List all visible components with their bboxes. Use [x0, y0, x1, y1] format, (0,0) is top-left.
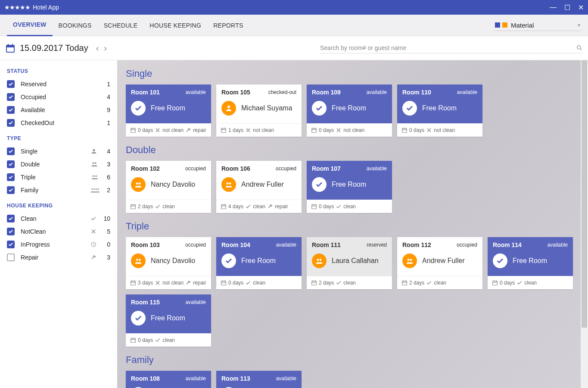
room-status: available [186, 299, 206, 305]
room-footer: 1 daysnot clean [216, 123, 302, 137]
sidebar: STATUSReserved1Occupied4Available9Checke… [0, 60, 117, 388]
search-input[interactable] [320, 44, 576, 51]
filter-label: Reserved [21, 81, 103, 88]
checkbox[interactable] [7, 119, 15, 127]
svg-point-14 [96, 188, 97, 190]
room-card[interactable]: Room 113availableFree Room0 daysclean [216, 371, 302, 388]
room-card[interactable]: Room 104availableFree Room0 daysclean [216, 237, 302, 289]
room-card[interactable]: Room 111reservedLaura Callahan2 daysclea… [307, 237, 392, 289]
svg-rect-56 [312, 205, 317, 209]
days-text: 1 days [228, 127, 243, 133]
filter-label: NotClean [21, 228, 90, 235]
filter-label: Available [21, 106, 103, 113]
filter-count: 0 [103, 241, 110, 248]
days-text: 3 days [138, 280, 153, 286]
room-card[interactable]: Room 103occupiedNancy Davolio3 daysnot c… [126, 237, 211, 289]
search-wrap [320, 43, 583, 53]
room-card[interactable]: Room 108availableFree Room0 daysclean [126, 371, 211, 388]
filter-count: 9 [103, 106, 110, 113]
filter-clean[interactable]: Clean10 [7, 212, 110, 225]
checkbox[interactable] [7, 186, 15, 194]
room-footer: 2 daysclean [397, 276, 482, 289]
filter-double[interactable]: Double3 [7, 158, 110, 171]
room-card[interactable]: Room 109availableFree Room0 daysnot clea… [307, 84, 392, 137]
filter-inprogress[interactable]: InProgress0 [7, 238, 110, 251]
svg-point-6 [93, 149, 95, 151]
calendar-icon [130, 203, 136, 210]
svg-point-51 [229, 182, 231, 185]
room-card[interactable]: Room 106occupiedAndrew Fuller4 daysclean… [216, 161, 302, 213]
check-icon [426, 280, 432, 286]
filter-reserved[interactable]: Reserved1 [7, 78, 110, 91]
calendar-icon [311, 203, 317, 210]
room-footer: 0 daysclean [488, 276, 573, 289]
room-card[interactable]: Room 107availableFree Room0 daysclean [307, 161, 392, 213]
days-text: 0 days [138, 337, 153, 343]
room-status: available [367, 166, 387, 172]
persons3-icon [90, 174, 98, 181]
checkbox[interactable] [7, 80, 15, 88]
room-status: occupied [457, 242, 477, 248]
filter-checkedout[interactable]: CheckedOut1 [7, 116, 110, 129]
persons2-icon [90, 161, 98, 168]
room-card[interactable]: Room 101availableFree Room0 daysnot clea… [126, 84, 211, 137]
filter-available[interactable]: Available9 [7, 103, 110, 116]
svg-rect-68 [221, 281, 226, 285]
room-card[interactable]: Room 102occupiedNancy Davolio2 daysclean [126, 161, 211, 213]
days-text: 0 days [319, 127, 334, 133]
room-card[interactable]: Room 105checked-outMichael Suyama1 daysn… [216, 84, 302, 137]
filter-repair[interactable]: Repair3 [7, 251, 110, 264]
next-day-button[interactable]: › [104, 43, 107, 53]
checkbox[interactable] [7, 173, 15, 181]
checkbox[interactable] [7, 160, 15, 168]
svg-point-61 [139, 259, 141, 261]
calendar-icon [492, 280, 498, 286]
filter-label: Clean [21, 215, 90, 222]
calendar-icon [130, 127, 136, 133]
check-icon [336, 203, 342, 210]
svg-rect-80 [402, 281, 407, 285]
filter-notclean[interactable]: NotClean5 [7, 225, 110, 238]
room-card[interactable]: Room 115availableFree Room0 daysclean [126, 294, 211, 347]
clean-text: clean [524, 280, 537, 286]
tab-overview[interactable]: OVERVIEW [7, 15, 53, 36]
prev-day-button[interactable]: ‹ [96, 43, 99, 53]
filter-triple[interactable]: Triple6 [7, 171, 110, 184]
scrollbar[interactable] [581, 60, 588, 388]
person-icon [90, 148, 98, 155]
check-icon [90, 216, 98, 222]
tab-reports[interactable]: REPORTS [207, 15, 249, 36]
checkbox[interactable] [7, 106, 15, 114]
guest-name: Free Room [151, 104, 185, 112]
checkbox[interactable] [7, 228, 15, 235]
tab-bookings[interactable]: BOOKINGS [53, 15, 98, 36]
close-button[interactable]: ✕ [578, 3, 584, 12]
search-icon[interactable] [576, 44, 583, 51]
days-text: 0 days [228, 280, 243, 286]
room-card[interactable]: Room 114availableFree Room0 daysclean [488, 237, 573, 289]
svg-point-73 [320, 259, 322, 261]
days-text: 0 days [319, 203, 334, 210]
calendar-icon[interactable] [5, 43, 16, 53]
filter-family[interactable]: Family2 [7, 184, 110, 197]
room-card[interactable]: Room 110availableFree Room0 daysnot clea… [397, 84, 482, 137]
minimize-button[interactable]: — [550, 3, 557, 12]
filter-occupied[interactable]: Occupied4 [7, 91, 110, 103]
theme-swatch-icon [502, 22, 507, 28]
checkbox[interactable] [7, 215, 15, 222]
clock-icon [90, 241, 98, 247]
svg-point-60 [136, 259, 138, 261]
tab-schedule[interactable]: SCHEDULE [98, 15, 144, 36]
checkbox[interactable] [7, 253, 15, 261]
maximize-button[interactable]: ☐ [564, 3, 570, 12]
checkbox[interactable] [7, 147, 15, 155]
filter-label: Family [21, 187, 90, 194]
wrench-icon [267, 203, 273, 210]
room-footer: 4 dayscleanrepair [216, 200, 302, 213]
filter-single[interactable]: Single4 [7, 145, 110, 158]
theme-selector[interactable]: Material ▼ [495, 20, 581, 31]
tab-house-keeping[interactable]: HOUSE KEEPING [143, 15, 207, 36]
room-card[interactable]: Room 112occupiedAndrew Fuller2 daysclean [397, 237, 482, 289]
checkbox[interactable] [7, 93, 15, 101]
checkbox[interactable] [7, 241, 15, 248]
